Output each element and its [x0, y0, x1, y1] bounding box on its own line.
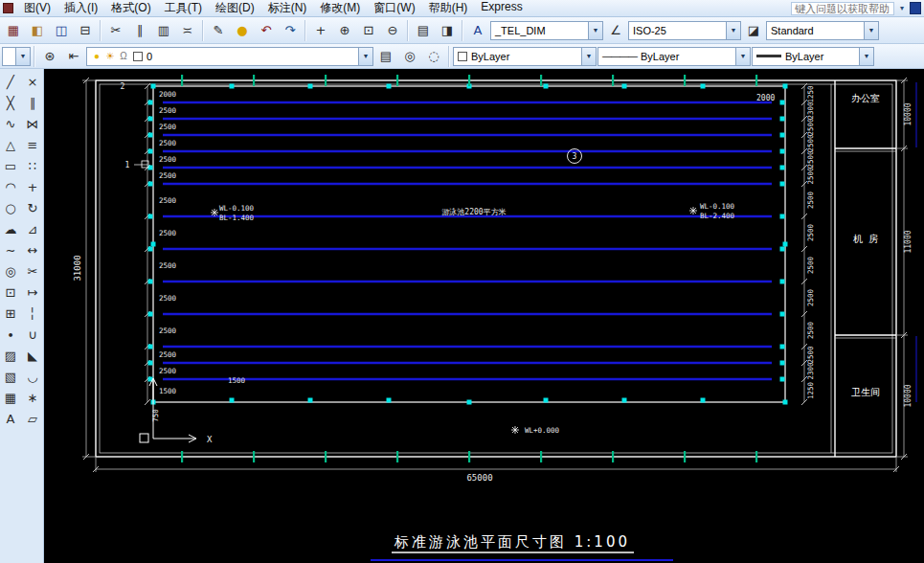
extend-icon[interactable]: ↦ — [21, 282, 44, 303]
undo-icon[interactable]: ↶ — [255, 20, 278, 41]
insert-block-icon[interactable]: ⊡ — [0, 282, 22, 303]
menu-item[interactable]: 图(V) — [17, 0, 57, 17]
layer-unisolate-icon[interactable]: ◌ — [422, 46, 445, 67]
paste-icon[interactable]: ▥ — [152, 20, 175, 41]
color-combo[interactable]: ByLayer ▼ — [453, 47, 597, 66]
polygon-icon[interactable]: △ — [0, 134, 22, 155]
menu-item[interactable]: 插入(I) — [57, 0, 104, 17]
menu-item[interactable]: 绘图(D) — [209, 0, 261, 17]
redo-icon[interactable]: ↷ — [279, 20, 302, 41]
properties-palette-icon[interactable]: ▱ — [21, 408, 44, 429]
text-style-combo[interactable]: Standard ▼ — [766, 21, 879, 40]
cut-icon[interactable]: ✂ — [104, 20, 127, 41]
table-icon[interactable]: ▦ — [0, 387, 22, 408]
revision-cloud-icon[interactable]: ☁ — [0, 218, 22, 239]
gradient-icon[interactable]: ▧ — [0, 366, 22, 387]
chevron-down-icon[interactable]: ▼ — [358, 48, 372, 65]
array-icon[interactable]: ∷ — [21, 155, 44, 176]
dim-style-combo[interactable]: ISO-25 ▼ — [628, 21, 741, 40]
chamfer-icon[interactable]: ◣ — [21, 345, 44, 366]
scale-icon[interactable]: ⊿ — [21, 218, 44, 239]
make-block-icon[interactable]: ⊞ — [0, 303, 22, 324]
match-properties-icon[interactable]: ≍ — [176, 20, 199, 41]
layer-previous-icon[interactable]: ⇤ — [62, 46, 85, 67]
chevron-down-icon[interactable]: ▼ — [581, 48, 596, 65]
table-style-icon[interactable]: ◪ — [742, 20, 765, 41]
rotate-icon[interactable]: ↻ — [21, 197, 44, 218]
line-icon[interactable]: ╱ — [0, 71, 22, 92]
chevron-down-icon[interactable]: ▼ — [735, 48, 750, 65]
left-dim-label: 2500 — [159, 106, 177, 115]
search-dropdown-icon[interactable]: ▾ — [896, 4, 908, 12]
app-menu-icon[interactable] — [3, 3, 13, 13]
lineweight-combo[interactable]: ByLayer ▼ — [752, 47, 874, 66]
dim-layer-combo[interactable]: _TEL_DIM ▼ — [490, 21, 603, 40]
rectangle-icon[interactable]: ▭ — [0, 155, 22, 176]
menu-item[interactable]: 格式(O) — [104, 0, 157, 17]
bulb-icon[interactable]: ● — [231, 20, 254, 41]
menu-item[interactable]: 标注(N) — [261, 0, 314, 17]
zoom-window-icon[interactable]: ⊡ — [357, 20, 380, 41]
save-icon[interactable]: ◫ — [50, 20, 73, 41]
copy-icon[interactable]: ∥ — [128, 20, 151, 41]
trim-icon[interactable]: ✂ — [21, 260, 44, 282]
drawing-canvas[interactable]: 2000125025002300250025002500250025002500… — [44, 69, 924, 563]
open-icon[interactable]: ◧ — [26, 20, 49, 41]
chevron-down-icon[interactable]: ▼ — [15, 48, 30, 65]
dim-style-icon[interactable]: ∠ — [604, 20, 627, 41]
multiline-text-icon[interactable]: A — [0, 408, 22, 429]
chevron-down-icon[interactable]: ▼ — [588, 22, 602, 39]
bulb-icon[interactable]: ● — [91, 51, 102, 61]
layer-states-manager-icon[interactable]: ▤ — [374, 46, 397, 67]
lock-icon[interactable]: Ω — [118, 51, 129, 61]
wall-grid-mark — [684, 75, 686, 86]
ellipse-icon[interactable]: ◎ — [0, 260, 22, 282]
circle-icon[interactable]: ○ — [0, 197, 22, 218]
layer-manager-icon[interactable]: ▤ — [412, 20, 435, 41]
chevron-down-icon[interactable]: ▼ — [864, 22, 878, 39]
menu-item[interactable]: 修改(M) — [313, 0, 367, 17]
pan-icon[interactable]: + — [309, 20, 332, 41]
fillet-icon[interactable]: ◡ — [21, 366, 44, 387]
explode-icon[interactable]: ∗ — [21, 387, 44, 408]
point-icon[interactable]: ∙ — [0, 324, 22, 345]
lineweight-glyph — [756, 55, 781, 57]
move-icon[interactable]: + — [21, 176, 44, 197]
spline-icon[interactable]: ∼ — [0, 239, 22, 260]
chevron-down-icon[interactable]: ▼ — [726, 22, 740, 39]
infocenter-icon[interactable] — [910, 2, 921, 14]
hatch-icon[interactable]: ▨ — [0, 345, 22, 366]
make-object-layer-current-icon[interactable]: ⊛ — [38, 46, 61, 67]
menu-item[interactable]: 窗口(W) — [367, 0, 421, 17]
arc-icon[interactable]: ◠ — [0, 176, 22, 197]
chevron-down-icon[interactable]: ▼ — [859, 48, 873, 65]
zoom-previous-icon[interactable]: ⊖ — [381, 20, 404, 41]
zoom-realtime-icon[interactable]: ⊕ — [333, 20, 356, 41]
linetype-combo[interactable]: ———— ByLayer ▼ — [597, 47, 751, 66]
offset-icon[interactable]: ≡ — [21, 134, 44, 155]
copy-object-icon[interactable]: ∥ — [21, 92, 44, 113]
menu-item[interactable]: Express — [474, 0, 529, 17]
break-icon[interactable]: ╎ — [21, 303, 44, 324]
join-icon[interactable]: ∪ — [21, 324, 44, 345]
app-icon[interactable]: ▦ — [2, 20, 25, 41]
docked-combo[interactable]: ▼ — [2, 47, 31, 66]
layer-isolate-icon[interactable]: ◎ — [398, 46, 421, 67]
help-search-input[interactable] — [791, 2, 894, 15]
construction-line-icon[interactable]: ╳ — [0, 92, 22, 113]
pencil-icon[interactable]: ✎ — [207, 20, 230, 41]
sun-icon[interactable]: ☀ — [104, 51, 116, 61]
stretch-icon[interactable]: ↔ — [21, 239, 44, 260]
polyline-icon[interactable]: ∿ — [0, 113, 22, 134]
drawing-area[interactable]: 2000125025002300250025002500250025002500… — [44, 69, 924, 563]
plot-icon[interactable]: ⊟ — [74, 20, 97, 41]
erase-icon[interactable]: × — [21, 71, 44, 92]
wall-grid-mark — [468, 451, 470, 462]
layer-combo[interactable]: ●☀Ω 0 ▼ — [86, 47, 373, 66]
text-style-icon[interactable]: A — [466, 20, 489, 41]
mirror-icon[interactable]: ⋈ — [21, 113, 44, 134]
menu-item[interactable]: 帮助(H) — [422, 0, 475, 17]
grip-point — [148, 345, 153, 349]
menu-item[interactable]: 工具(T) — [158, 0, 209, 17]
properties-icon[interactable]: ◨ — [436, 20, 459, 41]
